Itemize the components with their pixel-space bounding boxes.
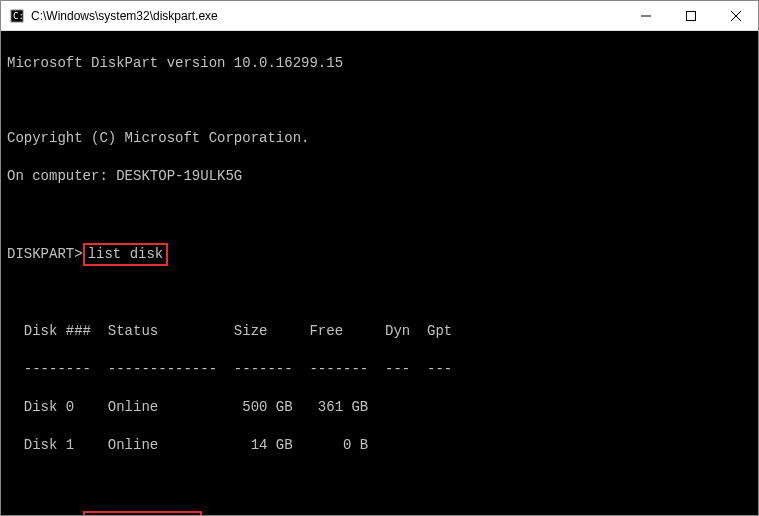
computer-line: On computer: DESKTOP-19ULK5G: [7, 167, 752, 186]
blank: [7, 205, 752, 224]
prompt-row-1: DISKPART> list disk: [7, 243, 752, 266]
minimize-button[interactable]: [623, 1, 668, 30]
disk-row-1: Disk 1 Online 14 GB 0 B: [7, 436, 752, 455]
window-controls: [623, 1, 758, 30]
window-title: C:\Windows\system32\diskpart.exe: [31, 9, 623, 23]
blank: [7, 473, 752, 492]
titlebar[interactable]: C: C:\Windows\system32\diskpart.exe: [1, 1, 758, 31]
cmd-select-disk: select disk 1: [83, 511, 202, 515]
svg-text:C:: C:: [13, 11, 24, 21]
window-frame: C: C:\Windows\system32\diskpart.exe Micr…: [0, 0, 759, 516]
prompt: DISKPART>: [7, 513, 83, 515]
blank: [7, 92, 752, 111]
copyright-line: Copyright (C) Microsoft Corporation.: [7, 129, 752, 148]
blank: [7, 285, 752, 304]
app-icon: C:: [9, 8, 25, 24]
close-button[interactable]: [713, 1, 758, 30]
prompt-row-2: DISKPART> select disk 1: [7, 511, 752, 515]
disk-sep: -------- ------------- ------- ------- -…: [7, 360, 752, 379]
disk-row-0: Disk 0 Online 500 GB 361 GB: [7, 398, 752, 417]
disk-header: Disk ### Status Size Free Dyn Gpt: [7, 322, 752, 341]
cmd-list-disk: list disk: [83, 243, 169, 266]
version-line: Microsoft DiskPart version 10.0.16299.15: [7, 54, 752, 73]
svg-rect-3: [686, 11, 695, 20]
prompt: DISKPART>: [7, 245, 83, 264]
maximize-button[interactable]: [668, 1, 713, 30]
terminal-output[interactable]: Microsoft DiskPart version 10.0.16299.15…: [1, 31, 758, 515]
